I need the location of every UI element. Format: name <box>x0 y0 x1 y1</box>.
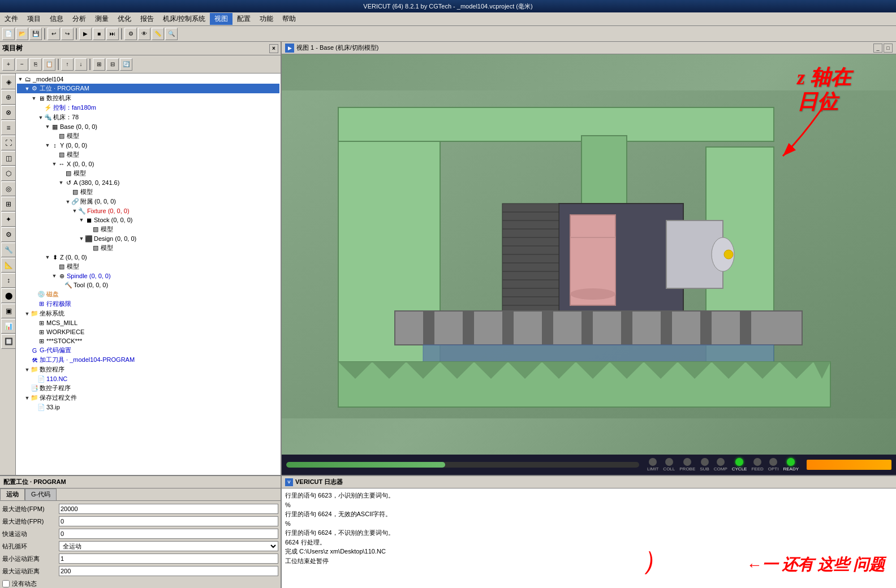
viewport-maximize[interactable]: □ <box>884 44 893 53</box>
expand-z[interactable]: ▼ <box>44 254 51 261</box>
tree-item-ncfile[interactable]: 📄 110.NC <box>17 374 279 383</box>
expand-model7[interactable] <box>51 263 58 270</box>
tree-item-z[interactable]: ▼ ⬍ Z (0, 0, 0) <box>17 253 279 262</box>
tree-item-ncprogram[interactable]: ▼ 📁 数控程序 <box>17 365 279 374</box>
side-tool-10[interactable]: ✦ <box>1 212 16 227</box>
menu-view[interactable]: 视图 <box>210 13 232 25</box>
tree-item-workpiece[interactable]: ⊞ WORKPIECE <box>17 327 279 336</box>
toolbar-stop[interactable]: ■ <box>93 28 105 40</box>
expand-project[interactable]: ▼ <box>17 76 24 83</box>
side-tool-11[interactable]: ⚙ <box>1 227 16 242</box>
side-tool-1[interactable]: ◈ <box>1 75 16 89</box>
toolbar-redo[interactable]: ↪ <box>61 28 74 40</box>
tree-content[interactable]: ▼ 🗂 _model104 ▼ ⚙ 工位 · PROGRAM ▼ <box>16 74 281 475</box>
tree-item-model3[interactable]: ▧ 模型 <box>17 168 279 178</box>
tree-item-a[interactable]: ▼ ↺ A (380, 0, 241.6) <box>17 178 279 187</box>
expand-base[interactable]: ▼ <box>44 123 51 130</box>
side-tool-12[interactable]: 🔧 <box>1 243 16 257</box>
side-tool-6[interactable]: ◫ <box>1 151 16 166</box>
expand-control[interactable] <box>37 105 44 111</box>
tree-item-model1[interactable]: ▧ 模型 <box>17 131 279 141</box>
expand-mcs[interactable] <box>31 319 37 326</box>
tree-item-x[interactable]: ▼ ↔ X (0, 0, 0) <box>17 159 279 168</box>
tree-item-model5[interactable]: ▧ 模型 <box>17 224 279 234</box>
tree-item-project[interactable]: ▼ 🗂 _model104 <box>17 75 279 84</box>
tree-item-stock[interactable]: ▼ ◼ Stock (0, 0, 0) <box>17 215 279 224</box>
tree-item-disk[interactable]: 💿 磁盘 <box>17 289 279 299</box>
tree-tool-remove[interactable]: − <box>16 58 28 71</box>
tree-item-machine[interactable]: ▼ 🔩 机床：78 <box>17 113 279 122</box>
side-tool-3[interactable]: ⊗ <box>1 105 16 120</box>
expand-workpiece[interactable] <box>31 328 37 335</box>
tree-item-ipfile[interactable]: 📄 33.ip <box>17 403 279 412</box>
tree-item-saveprocess[interactable]: ▼ 📁 保存过程文件 <box>17 393 279 403</box>
expand-cnc[interactable]: ▼ <box>31 95 37 102</box>
expand-stock[interactable]: ▼ <box>78 217 85 223</box>
log-content[interactable]: 行里的语句 6623，小识别的主要词句。 % 行里的语句 6624，无效的ASC… <box>282 488 896 588</box>
expand-ncprogram[interactable]: ▼ <box>24 366 31 373</box>
tree-item-toolpath[interactable]: 🛠 加工刀具 · _model104-PROGRAM <box>17 355 279 365</box>
expand-ncfile[interactable] <box>31 375 37 382</box>
side-tool-15[interactable]: ⬤ <box>1 288 16 303</box>
menu-file[interactable]: 文件 <box>0 13 23 25</box>
expand-stock-coord[interactable] <box>31 338 37 344</box>
toolbar-play[interactable]: ▶ <box>79 28 92 40</box>
tree-tool-down[interactable]: ↓ <box>75 58 87 71</box>
expand-subprogram[interactable] <box>24 385 31 392</box>
menu-analyze[interactable]: 分析 <box>68 13 91 25</box>
side-tool-13[interactable]: 📐 <box>1 258 16 273</box>
side-tool-7[interactable]: ⬡ <box>1 166 16 181</box>
menu-report[interactable]: 报告 <box>136 13 158 25</box>
menu-optimize[interactable]: 优化 <box>113 13 136 25</box>
expand-coord[interactable]: ▼ <box>24 310 31 317</box>
expand-model5[interactable] <box>85 226 92 233</box>
expand-spindle[interactable]: ▼ <box>51 273 58 279</box>
tree-item-model4[interactable]: ▧ 模型 <box>17 187 279 197</box>
side-tool-18[interactable]: 🔲 <box>1 334 16 349</box>
tree-tool-up[interactable]: ↑ <box>61 58 74 71</box>
expand-limits[interactable] <box>31 301 37 308</box>
tree-item-attachment[interactable]: ▼ 🔗 附属 (0, 0, 0) <box>17 197 279 206</box>
expand-y[interactable]: ▼ <box>44 142 51 149</box>
tree-item-tool[interactable]: 🔨 Tool (0, 0, 0) <box>17 280 279 289</box>
expand-model1[interactable] <box>51 133 58 140</box>
tree-item-design[interactable]: ▼ ⬛ Design (0, 0, 0) <box>17 234 279 243</box>
tree-tool-collapse[interactable]: ⊟ <box>106 58 119 71</box>
expand-disk[interactable] <box>31 291 37 298</box>
input-maxfeed-fpr[interactable] <box>59 516 278 526</box>
side-tool-14[interactable]: ↕ <box>1 273 16 288</box>
toolbar-new[interactable]: 📄 <box>2 28 15 40</box>
menu-info[interactable]: 信息 <box>45 13 68 25</box>
tree-item-cnc[interactable]: ▼ 🖥 数控机床 <box>17 93 279 103</box>
input-mindist[interactable] <box>59 554 278 564</box>
tree-item-coord[interactable]: ▼ 📁 坐标系统 <box>17 309 279 318</box>
select-drill[interactable]: 全运动 <box>59 541 278 551</box>
tree-item-spindle[interactable]: ▼ ⊕ Spindle (0, 0, 0) <box>17 271 279 280</box>
tree-item-stock-coord[interactable]: ⊞ ***STOCK*** <box>17 336 279 345</box>
tree-item-model2[interactable]: ▧ 模型 <box>17 150 279 159</box>
expand-ipfile[interactable] <box>31 404 37 410</box>
input-maxdist[interactable] <box>59 566 278 576</box>
tree-item-mcs[interactable]: ⊞ MCS_MILL <box>17 318 279 327</box>
expand-attachment[interactable]: ▼ <box>64 198 71 205</box>
menu-measure[interactable]: 测量 <box>91 13 113 25</box>
tree-item-y[interactable]: ▼ ↕ Y (0, 0, 0) <box>17 141 279 150</box>
side-tool-8[interactable]: ◎ <box>1 181 16 196</box>
toolbar-open[interactable]: 📂 <box>16 28 28 40</box>
expand-model2[interactable] <box>51 152 58 158</box>
tree-item-base[interactable]: ▼ ▦ Base (0, 0, 0) <box>17 122 279 131</box>
tree-tool-add[interactable]: + <box>2 58 15 71</box>
tree-item-subprogram[interactable]: 📑 数控子程序 <box>17 383 279 393</box>
expand-model6[interactable] <box>85 245 92 252</box>
expand-toolpath[interactable] <box>24 357 31 364</box>
tree-close-button[interactable]: × <box>269 44 278 53</box>
toolbar-measure[interactable]: 📏 <box>152 28 164 40</box>
tree-tool-refresh[interactable]: 🔄 <box>120 58 132 71</box>
side-tool-4[interactable]: ≡ <box>1 120 16 135</box>
tree-item-gcode[interactable]: G G-代码偏置 <box>17 345 279 355</box>
tree-item-limits[interactable]: ⊞ 行程极限 <box>17 299 279 309</box>
tree-item-control[interactable]: ⚡ 控制：fan180m <box>17 103 279 113</box>
expand-x[interactable]: ▼ <box>51 161 58 167</box>
toolbar-step[interactable]: ⏭ <box>106 28 119 40</box>
menu-config[interactable]: 配置 <box>232 13 255 25</box>
